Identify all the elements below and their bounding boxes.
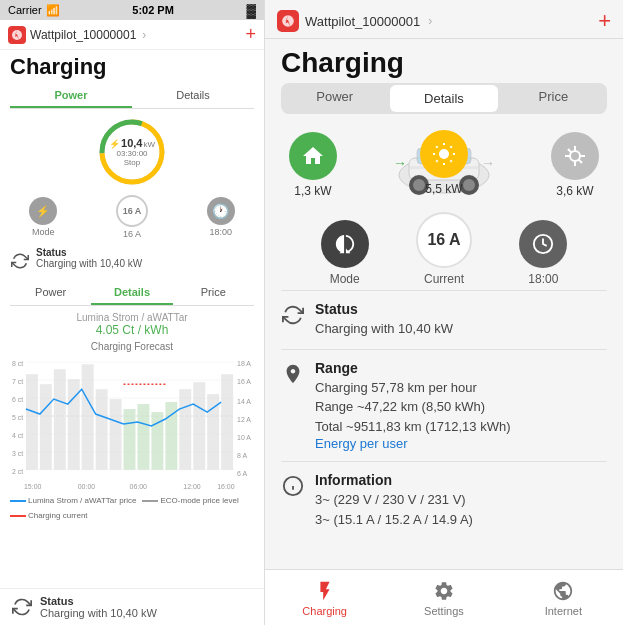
chart-title: Charging Forecast [10,341,254,352]
legend-price: Lumina Strom / aWATTar price [10,496,136,505]
svg-text:18 A: 18 A [237,360,251,367]
status-section-small: Status Charging with 10,40 kW [0,243,264,277]
page-title-right: Charging [265,39,623,83]
svg-text:00:00: 00:00 [78,483,96,490]
mode-row-small: ⚡ Mode 16 A 16 A 🕐 18:00 [0,191,264,243]
time-label: 5:02 PM [132,4,174,16]
svg-point-56 [439,149,449,159]
power-item-grid: 3,6 kW [551,132,599,198]
energy-per-user-link[interactable]: Energy per user [315,436,510,451]
svg-line-59 [436,146,437,147]
status-header-right: Status Charging with 10,40 kW [281,301,607,339]
current-label-right: Current [424,272,464,286]
svg-text:6 A: 6 A [237,470,247,477]
status-value-bottom: Charging with 10,40 kW [40,607,157,619]
range-header-right: Range Charging 57,78 km per hour Range ~… [281,360,607,452]
info-circle-icon [281,474,305,498]
chart-tab-price[interactable]: Price [173,281,254,305]
plus-button-small[interactable]: + [245,24,256,45]
current-label: 16 A [123,229,141,239]
svg-rect-26 [40,384,52,470]
svg-line-63 [436,160,437,161]
tab-details-small[interactable]: Details [132,84,254,108]
time-item-right[interactable]: 18:00 [519,220,567,286]
svg-text:16:00: 16:00 [217,483,235,490]
range-line2: Range ~47,22 km (8,50 kWh) [315,397,510,417]
tab-power-small[interactable]: Power [10,84,132,108]
right-header-left[interactable]: Wattpilot_10000001 › [277,10,432,32]
time-label-right: 18:00 [528,272,558,286]
svg-rect-36 [179,389,191,470]
right-content: 1,3 kW [265,114,623,569]
chart-tabs: Power Details Price [10,281,254,306]
chevron-small: › [142,28,146,42]
svg-text:4 ct: 4 ct [12,432,23,439]
status-title-right: Status [315,301,453,317]
tab-power-right[interactable]: Power [281,83,388,114]
nav-charging[interactable]: Charging [265,570,384,625]
wattpilot-name-small: Wattpilot_10000001 [30,28,136,42]
svg-text:06:00: 06:00 [130,483,148,490]
status-row-bottom: Status Charging with 10,40 kW [10,595,254,619]
svg-rect-27 [54,369,66,470]
info-header-right: Information 3~ (229 V / 230 V / 231 V) 3… [281,472,607,529]
current-item-right[interactable]: 16 A Current [416,212,472,286]
wifi-icon: 📶 [46,4,60,17]
svg-text:12:00: 12:00 [183,483,201,490]
status-section-right: Status Charging with 10,40 kW [281,290,607,349]
svg-text:2 ct: 2 ct [12,468,23,475]
mode-label: Mode [32,227,55,237]
power-item-sun: 5,5 kW [420,130,468,196]
status-bar-left: Carrier 📶 [8,4,60,17]
svg-rect-30 [96,389,108,470]
status-value-small: Charging with 10,40 kW [36,258,142,269]
nav-settings[interactable]: Settings [384,570,503,625]
chart-tab-details[interactable]: Details [91,281,172,305]
status-refresh-icon [281,303,305,327]
circle-center: ⚡ 10,4 kW 03:30:00 Stop [109,137,155,167]
charging-nav-icon [313,579,337,603]
power-circle-grid [551,132,599,180]
tab-details-right[interactable]: Details [390,85,497,112]
right-header: Wattpilot_10000001 › + [265,0,623,39]
svg-text:15:00: 15:00 [24,483,42,490]
mode-item-current[interactable]: 16 A 16 A [116,195,148,239]
plus-button-right[interactable]: + [598,8,611,34]
current-badge-right: 16 A [416,212,472,268]
mode-item-time[interactable]: 🕐 18:00 [207,197,235,237]
nav-internet[interactable]: Internet [504,570,623,625]
time-icon: 🕐 [207,197,235,225]
power-circle-home [289,132,337,180]
tab-price-right[interactable]: Price [500,83,607,114]
legend-current: Charging current [10,511,88,520]
time-label: 18:00 [209,227,232,237]
price-chart-area: Lumina Strom / aWATTar 4.05 Ct / kWh Cha… [0,306,264,588]
status-section-bottom: Status Charging with 10,40 kW [0,588,264,625]
chart-tab-power[interactable]: Power [10,281,91,305]
mode-icon: ⚡ [29,197,57,225]
svg-rect-31 [110,399,122,470]
range-line3: Total ~9511,83 km (1712,13 kWh) [315,417,510,437]
svg-rect-25 [26,374,38,470]
mode-item-mode[interactable]: ⚡ Mode [29,197,57,237]
svg-text:6 ct: 6 ct [12,396,23,403]
status-bar: Carrier 📶 5:02 PM ▓ [0,0,264,20]
svg-text:→: → [481,155,495,171]
legend-dot-current [10,515,26,517]
wattpilot-row-left[interactable]: Wattpilot_10000001 › [8,26,146,44]
left-panel: Carrier 📶 5:02 PM ▓ Wattpilot_10000001 ›… [0,0,265,625]
svg-rect-37 [193,382,205,470]
bottom-nav: Charging Settings Internet [265,569,623,625]
mode-circle-right [321,220,369,268]
charging-nav-label: Charging [302,605,347,617]
power-item-home: 1,3 kW [289,132,337,198]
info-line1: 3~ (229 V / 230 V / 231 V) [315,490,473,510]
circle-stop: Stop [109,158,155,167]
page-title-small: Charging [0,50,264,84]
legend-label-eco: ECO-mode price level [160,496,238,505]
svg-rect-32 [124,409,136,470]
legend-label-price: Lumina Strom / aWATTar price [28,496,136,505]
mode-item-right[interactable]: Mode [321,220,369,286]
information-section-right: Information 3~ (229 V / 230 V / 231 V) 3… [281,461,607,539]
status-icon-small [8,249,32,273]
